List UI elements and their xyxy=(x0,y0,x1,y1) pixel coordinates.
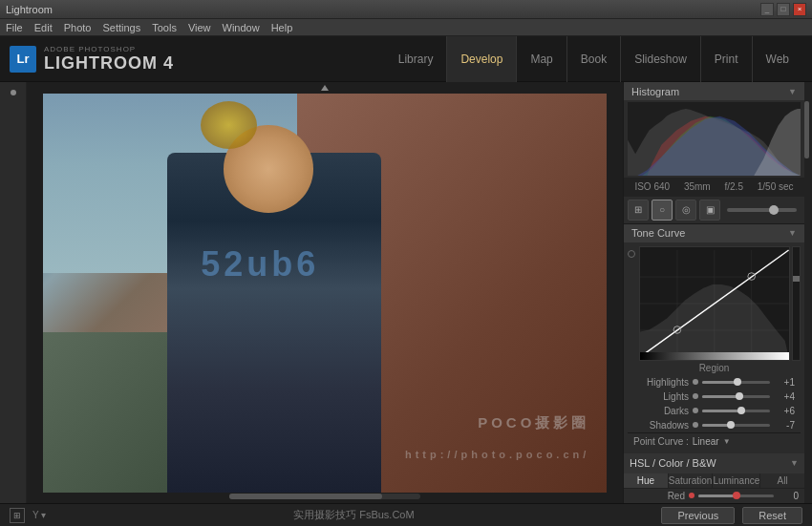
hsl-tab-luminance[interactable]: Luminance xyxy=(713,473,760,488)
reset-button[interactable]: Reset xyxy=(742,507,802,524)
scroll-thumb xyxy=(804,101,809,158)
lights-label: Lights xyxy=(633,391,689,402)
tools-row: ⊞ ○ ◎ ▣ xyxy=(624,197,804,224)
darks-row: Darks +6 xyxy=(628,404,801,418)
graduated-filter-tool[interactable]: ▣ xyxy=(699,200,720,221)
lr-badge: Lr xyxy=(10,46,36,73)
focal-value: 35mm xyxy=(684,181,711,192)
hsl-header[interactable]: HSL / Color / B&W ▼ xyxy=(624,453,804,473)
nav-tab-book[interactable]: Book xyxy=(566,36,620,82)
zoom-info: Y ▾ xyxy=(32,510,46,520)
bottom-left: ⊞ Y ▾ xyxy=(10,508,46,523)
nav-tab-slideshow[interactable]: Slideshow xyxy=(620,36,700,82)
lights-fill xyxy=(702,395,739,398)
tone-curve-header[interactable]: Tone Curve ▼ xyxy=(624,224,804,242)
nav-tabs: Library Develop Map Book Slideshow Print… xyxy=(385,36,802,82)
tone-curve-container xyxy=(628,246,801,361)
menu-help[interactable]: Help xyxy=(271,22,293,33)
curve-histogram xyxy=(640,284,789,357)
maximize-button[interactable]: □ xyxy=(777,3,790,16)
previous-button[interactable]: Previous xyxy=(661,507,735,524)
v-slider-thumb xyxy=(793,276,800,282)
red-hue-fill xyxy=(698,494,737,497)
shadows-row: Shadows -7 xyxy=(628,418,801,432)
left-panel xyxy=(0,82,27,503)
menu-photo[interactable]: Photo xyxy=(64,22,92,33)
scroll-up-icon[interactable] xyxy=(321,85,329,91)
highlights-fill xyxy=(702,381,737,384)
scroll-indicator[interactable] xyxy=(804,82,812,503)
highlights-track[interactable] xyxy=(702,381,770,384)
navbar: Lr ADOBE PHOTOSHOP LIGHTROOM 4 Library D… xyxy=(0,36,812,82)
titlebar-title: Lightroom xyxy=(6,4,53,15)
darks-track[interactable] xyxy=(702,410,770,412)
menu-file[interactable]: File xyxy=(6,22,23,33)
watermark-1: 52ub6 xyxy=(201,244,319,284)
redeye-tool[interactable]: ◎ xyxy=(675,200,696,221)
photo-container: 52ub6 POCO摄影圈 http://photo.poco.cn/ xyxy=(43,94,607,493)
menu-settings[interactable]: Settings xyxy=(102,22,140,33)
scrollbar-thumb xyxy=(229,494,382,499)
nav-tab-print[interactable]: Print xyxy=(700,36,752,82)
histogram-area xyxy=(628,102,801,176)
nav-tab-map[interactable]: Map xyxy=(516,36,566,82)
menu-edit[interactable]: Edit xyxy=(34,22,53,33)
watermark-2: POCO摄影圈 xyxy=(478,414,589,432)
spot-heal-tool[interactable]: ○ xyxy=(652,200,673,221)
darks-dot xyxy=(693,408,698,413)
histogram-title: Histogram xyxy=(631,86,679,97)
photo-background: 52ub6 POCO摄影圈 http://photo.poco.cn/ xyxy=(43,94,607,493)
hsl-collapse-icon: ▼ xyxy=(790,458,799,468)
camera-info: ISO 640 35mm f/2.5 1/50 sec xyxy=(624,178,804,196)
left-panel-indicator xyxy=(11,90,16,95)
menu-view[interactable]: View xyxy=(188,22,211,33)
bottom-right: Previous Reset xyxy=(661,507,802,524)
hsl-tab-all[interactable]: All xyxy=(760,473,804,488)
darks-thumb xyxy=(737,407,745,414)
hsl-tab-saturation[interactable]: Saturation xyxy=(669,473,714,488)
highlights-row: Highlights +1 xyxy=(628,375,801,389)
right-panel: Histogram ▼ ISO 640 35mm f/2.5 1/5 xyxy=(623,82,804,503)
nav-tab-library[interactable]: Library xyxy=(385,36,447,82)
shadows-track[interactable] xyxy=(702,424,770,427)
point-curve-dropdown-icon[interactable]: ▼ xyxy=(723,437,731,446)
titlebar: Lightroom _ □ × xyxy=(0,0,812,19)
hsl-sub-tabs: Hue Saturation Luminance All xyxy=(624,473,804,489)
red-hue-track[interactable] xyxy=(698,494,774,497)
minimize-button[interactable]: _ xyxy=(760,3,774,16)
histogram-svg xyxy=(628,102,801,176)
region-label: Region xyxy=(628,361,801,375)
bottom-bar: ⊞ Y ▾ 实用摄影技巧 FsBus.CoM Previous Reset xyxy=(0,503,812,526)
point-curve-value[interactable]: Linear xyxy=(693,436,719,447)
histogram-header[interactable]: Histogram ▼ xyxy=(624,82,804,100)
hsl-title: HSL / Color / B&W xyxy=(630,457,716,469)
iso-value: ISO 640 xyxy=(634,181,670,192)
close-button[interactable]: × xyxy=(793,3,806,16)
view-mode-icon[interactable]: ⊞ xyxy=(10,508,25,523)
tone-curve-collapse-icon: ▼ xyxy=(788,228,797,238)
lights-dot xyxy=(693,393,698,399)
exposure-slider[interactable] xyxy=(727,208,797,212)
crop-tool[interactable]: ⊞ xyxy=(628,200,649,221)
tone-curve-vertical-slider[interactable] xyxy=(792,246,801,361)
menu-tools[interactable]: Tools xyxy=(152,22,177,33)
lights-row: Lights +4 xyxy=(628,389,801,404)
tone-curve-canvas[interactable] xyxy=(639,246,790,361)
horizontal-scrollbar[interactable] xyxy=(229,494,420,499)
lights-thumb xyxy=(736,392,743,400)
aperture-value: f/2.5 xyxy=(724,181,742,192)
point-curve-row: Point Curve : Linear ▼ xyxy=(628,432,801,450)
tone-curve-gradient-bar xyxy=(640,352,789,360)
nav-tab-develop[interactable]: Develop xyxy=(446,36,516,82)
lights-track[interactable] xyxy=(702,395,770,398)
nav-tab-web[interactable]: Web xyxy=(752,36,802,82)
exposure-slider-thumb xyxy=(769,205,779,215)
flowers-region xyxy=(201,101,257,149)
darks-fill xyxy=(702,410,741,412)
menu-window[interactable]: Window xyxy=(223,22,260,33)
red-hue-dot xyxy=(689,493,694,498)
shadows-value: -7 xyxy=(774,420,795,431)
tone-curve-target-icon[interactable] xyxy=(628,250,635,258)
hsl-tab-hue[interactable]: Hue xyxy=(624,473,669,488)
lights-value: +4 xyxy=(774,391,795,402)
